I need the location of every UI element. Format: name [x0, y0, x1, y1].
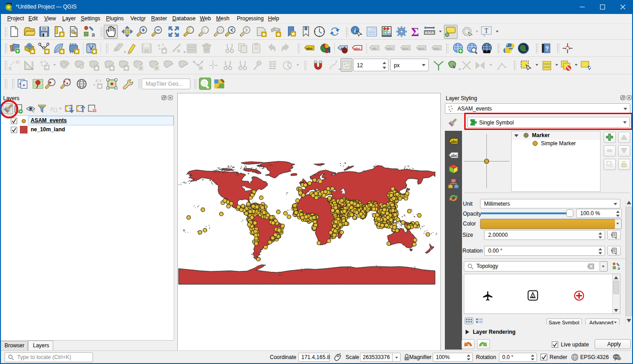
svg-text:Σ: Σ: [411, 26, 419, 37]
svg-text:abc: abc: [354, 46, 360, 51]
svg-text:abc: abc: [451, 139, 457, 144]
svg-text:abc: abc: [306, 46, 313, 51]
svg-text:abc: abc: [418, 46, 425, 51]
svg-text:abc: abc: [387, 46, 393, 51]
svg-text:abc: abc: [434, 46, 440, 51]
svg-text:ε: ε: [51, 105, 53, 112]
svg-text:a: a: [92, 31, 95, 37]
svg-text:abc: abc: [402, 46, 409, 51]
svg-text:?: ?: [545, 46, 549, 52]
svg-text:i: i: [354, 27, 356, 34]
svg-text:a: a: [618, 266, 620, 270]
svg-text:abc: abc: [451, 153, 457, 158]
svg-text:1:1: 1:1: [218, 28, 222, 32]
svg-text:X,Y: X,Y: [95, 78, 102, 83]
svg-text:T: T: [485, 28, 489, 34]
svg-text:ab: ab: [372, 46, 376, 51]
